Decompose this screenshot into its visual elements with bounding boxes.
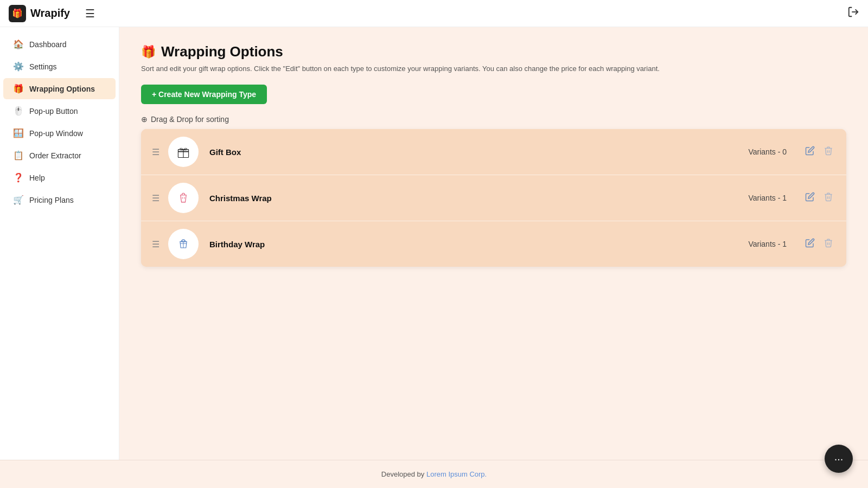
main-content: 🎁 Wrapping Options Sort and edit your gi… <box>119 27 868 460</box>
birthday-wrap-actions <box>803 236 835 252</box>
gift-box-name: Gift Box <box>209 147 722 157</box>
popup-button-icon: 🖱️ <box>13 106 24 116</box>
sidebar-label-dashboard: Dashboard <box>29 40 67 49</box>
delete-gift-box-button[interactable] <box>821 144 835 160</box>
sidebar-label-wrapping-options: Wrapping Options <box>29 85 95 93</box>
drag-handle-icon[interactable]: ☰ <box>152 239 159 249</box>
wrapping-options-icon: 🎁 <box>13 84 24 94</box>
table-row: ☰ Christmas Wrap Variants - 1 <box>141 175 846 221</box>
drag-drop-text: Drag & Drop for sorting <box>151 115 229 124</box>
sidebar-label-order-extractor: Order Extractor <box>29 151 81 160</box>
christmas-wrap-icon-circle <box>168 183 199 213</box>
page-title-icon: 🎁 <box>141 45 156 59</box>
logo-icon: 🎁 <box>9 5 26 22</box>
drag-drop-label: ⊕ Drag & Drop for sorting <box>141 115 846 124</box>
sidebar-item-help[interactable]: ❓ Help <box>3 167 116 188</box>
sidebar-label-settings: Settings <box>29 62 57 71</box>
settings-icon: ⚙️ <box>13 61 24 72</box>
sidebar-item-wrapping-options[interactable]: 🎁 Wrapping Options <box>3 78 116 99</box>
sidebar-item-settings[interactable]: ⚙️ Settings <box>3 56 116 77</box>
sidebar: 🏠 Dashboard ⚙️ Settings 🎁 Wrapping Optio… <box>0 27 119 460</box>
gift-box-variants: Variants - 0 <box>722 147 787 156</box>
sidebar-item-dashboard[interactable]: 🏠 Dashboard <box>3 34 116 55</box>
sidebar-item-order-extractor[interactable]: 📋 Order Extractor <box>3 145 116 166</box>
footer-link[interactable]: Lorem Ipsum Corp. <box>426 470 487 478</box>
edit-christmas-wrap-button[interactable] <box>803 190 817 206</box>
wrapping-table: ☰ Gift Box Variants - 0 <box>141 129 846 267</box>
popup-window-icon: 🪟 <box>13 128 24 138</box>
logout-button[interactable] <box>847 6 859 21</box>
delete-birthday-wrap-button[interactable] <box>821 236 835 252</box>
page-title: Wrapping Options <box>161 43 283 60</box>
logo-text: Wrapify <box>30 7 70 20</box>
table-row: ☰ Gift Box Variants - 0 <box>141 129 846 175</box>
birthday-wrap-variants: Variants - 1 <box>722 240 787 248</box>
delete-christmas-wrap-button[interactable] <box>821 190 835 206</box>
christmas-wrap-actions <box>803 190 835 206</box>
edit-birthday-wrap-button[interactable] <box>803 236 817 252</box>
logo-area: 🎁 Wrapify ☰ <box>9 5 95 22</box>
dashboard-icon: 🏠 <box>13 39 24 49</box>
hamburger-menu[interactable]: ☰ <box>85 7 95 20</box>
gift-box-icon-circle <box>168 137 199 167</box>
page-subtitle: Sort and edit your gift wrap options. Cl… <box>141 65 846 73</box>
top-header: 🎁 Wrapify ☰ <box>0 0 868 27</box>
edit-gift-box-button[interactable] <box>803 144 817 160</box>
sidebar-label-popup-window: Pop-up Window <box>29 129 83 138</box>
sidebar-item-popup-window[interactable]: 🪟 Pop-up Window <box>3 123 116 144</box>
christmas-wrap-variants: Variants - 1 <box>722 194 787 202</box>
drag-handle-icon[interactable]: ☰ <box>152 147 159 157</box>
sidebar-item-popup-button[interactable]: 🖱️ Pop-up Button <box>3 100 116 121</box>
drag-drop-icon: ⊕ <box>141 115 148 124</box>
order-extractor-icon: 📋 <box>13 150 24 160</box>
chat-bubble[interactable]: ··· <box>825 445 853 473</box>
footer-text: Developed by <box>381 470 426 478</box>
gift-box-actions <box>803 144 835 160</box>
christmas-wrap-name: Christmas Wrap <box>209 194 722 203</box>
sidebar-item-pricing-plans[interactable]: 🛒 Pricing Plans <box>3 189 116 210</box>
page-title-row: 🎁 Wrapping Options <box>141 43 846 60</box>
layout: 🏠 Dashboard ⚙️ Settings 🎁 Wrapping Optio… <box>0 27 868 460</box>
birthday-wrap-name: Birthday Wrap <box>209 240 722 249</box>
help-icon: ❓ <box>13 172 24 183</box>
pricing-plans-icon: 🛒 <box>13 195 24 205</box>
create-wrapping-type-button[interactable]: + Create New Wrapping Type <box>141 85 267 104</box>
birthday-wrap-icon-circle <box>168 229 199 259</box>
sidebar-label-pricing-plans: Pricing Plans <box>29 196 74 204</box>
chat-icon: ··· <box>834 453 844 465</box>
table-row: ☰ Birthday Wrap Variants - <box>141 221 846 267</box>
sidebar-label-help: Help <box>29 174 45 182</box>
drag-handle-icon[interactable]: ☰ <box>152 193 159 203</box>
sidebar-label-popup-button: Pop-up Button <box>29 107 78 115</box>
footer: Developed by Lorem Ipsum Corp. <box>0 460 868 488</box>
